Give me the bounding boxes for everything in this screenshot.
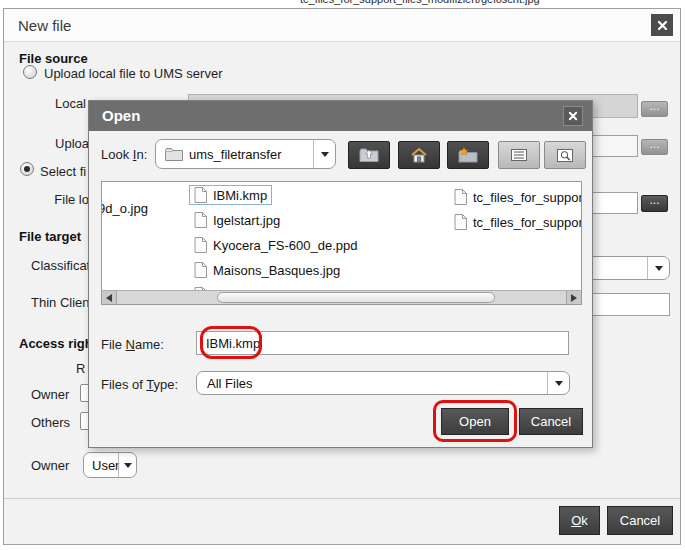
upload-label: Uploa [4,136,89,151]
footer-separator [4,498,680,499]
list-item-selected[interactable]: IBMi.kmp [189,185,272,205]
screen: tc_files_for_support_files_modifiziert/g… [0,0,685,550]
open-button[interactable]: Open [441,408,509,435]
ok-button[interactable]: Ok [559,506,600,535]
folder-icon [165,148,183,161]
scrollbar-thumb[interactable] [217,292,495,303]
chevron-down-icon [655,266,663,271]
owner-row-label: Owner [31,387,69,402]
file-name: tc_files_for_support_ [473,215,582,230]
local-file-label: Local [4,96,86,111]
owner-label: Owner [31,458,69,473]
file-name-label: File Name: [101,337,164,352]
select-file-radio-label: Select fi [40,164,86,179]
open-dialog-title: Open [102,107,140,124]
open-cancel-button[interactable]: Cancel [519,408,583,435]
close-icon [568,111,578,121]
list-item[interactable]: 9d_o.jpg [101,199,153,218]
radio-dot [24,166,30,172]
look-in-value: ums_filetransfer [189,147,281,162]
file-icon [194,212,207,228]
select-file-radio[interactable] [20,162,34,176]
home-icon [410,147,428,163]
file-icon [454,189,467,205]
read-column-header: R [76,361,85,376]
local-file-browse-button[interactable]: ... [641,101,668,117]
look-in-select[interactable]: ums_filetransfer [155,139,336,169]
horizontal-scrollbar[interactable] [102,290,581,304]
look-in-label: Look In: [101,147,147,162]
file-icon [194,262,207,278]
file-name: IBMi.kmp [213,188,267,203]
arrow-left-icon [106,294,112,302]
open-file-dialog: Open Look In: ums_filetransfer [88,100,593,448]
dropdown-arrow-section[interactable] [313,140,335,168]
new-folder-button[interactable] [447,141,489,169]
details-view-icon [557,149,573,162]
list-item[interactable]: Kyocera_FS-600_de.ppd [189,235,363,255]
upload-radio-label: Upload local file to UMS server [44,66,222,81]
details-view-button[interactable] [544,141,586,169]
cancel-button[interactable]: Cancel [607,506,673,535]
dialog-title: New file [18,17,71,34]
list-item[interactable]: Igelstart.jpg [189,210,285,230]
file-source-heading: File source [19,51,88,66]
close-icon [657,20,668,31]
owner-select[interactable]: User [83,452,137,478]
file-location-browse-button[interactable]: ... [641,195,668,212]
files-of-type-label: Files of Type: [101,377,178,392]
file-name: 9d_o.jpg [101,201,148,216]
up-one-level-button[interactable] [348,141,390,169]
file-name: Maisons_Basques.jpg [213,263,340,278]
file-target-heading: File target [19,229,81,244]
owner-select-value: User [92,458,119,473]
scroll-left-button[interactable] [102,291,117,304]
chevron-down-icon [124,463,132,468]
scroll-right-button[interactable] [566,291,581,304]
list-view-icon [511,149,527,161]
arrow-right-icon [571,294,577,302]
others-row-label: Others [31,415,70,430]
new-folder-icon [458,147,478,163]
file-icon [194,237,207,253]
open-close-button[interactable] [563,106,583,126]
close-button[interactable] [651,14,673,36]
file-icon [454,214,467,230]
file-name-input[interactable] [196,331,569,355]
file-name: Kyocera_FS-600_de.ppd [213,238,358,253]
classification-label: Classificat [31,258,90,273]
dropdown-arrow-section[interactable] [547,372,569,394]
file-name: tc_files_for_support_ [473,190,582,205]
folder-up-icon [359,147,379,163]
file-icon [194,187,207,203]
home-button[interactable] [398,141,440,169]
list-item[interactable]: tc_files_for_support_ [449,187,582,207]
chevron-down-icon [555,381,563,386]
upload-browse-button[interactable]: ... [641,139,668,155]
open-dialog-titlebar: Open [89,101,592,131]
new-file-titlebar: New file [4,9,680,42]
files-of-type-value: All Files [207,376,253,391]
access-rights-heading: Access right [19,336,97,351]
dropdown-arrow-section[interactable] [118,453,136,477]
dropdown-arrow-section[interactable] [647,257,669,279]
list-view-button[interactable] [498,141,540,169]
upload-radio[interactable] [23,65,37,79]
chevron-down-icon [321,152,329,157]
file-list[interactable]: 9d_o.jpg IBMi.kmp Igelstart.jpg Kyocera_… [101,181,582,305]
file-name: Igelstart.jpg [213,213,280,228]
list-item[interactable]: Maisons_Basques.jpg [189,260,345,280]
list-item[interactable]: tc_files_for_support_ [449,212,582,232]
thin-client-label: Thin Client [31,295,93,310]
file-location-label: File lo [4,192,89,207]
clipped-background-text: tc_files_for_support_files_modifiziert/g… [300,0,540,5]
files-of-type-select[interactable]: All Files [196,371,570,395]
background-window-strip: tc_files_for_support_files_modifiziert/g… [0,0,685,8]
